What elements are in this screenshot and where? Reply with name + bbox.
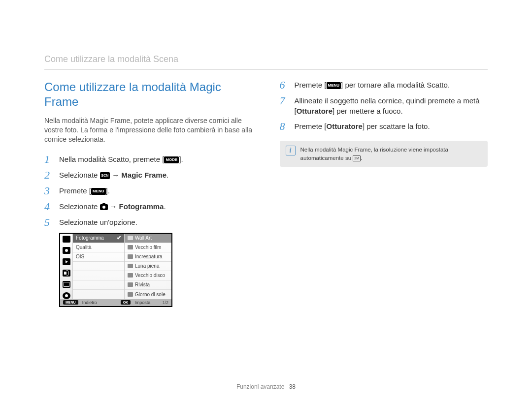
right-column: 6 Premete [MENU] per tornare alla modali… <box>280 80 488 307</box>
option-item: Luna piena <box>125 262 171 271</box>
thumb-icon <box>128 264 133 268</box>
display-tab-icon <box>63 281 70 288</box>
scn-tab-icon <box>63 236 70 243</box>
breadcrumb: Come utilizzare la modalità Scena <box>44 54 488 70</box>
menu-item <box>73 262 124 271</box>
thumb-icon <box>128 273 133 278</box>
page: Come utilizzare la modalità Scena Come u… <box>0 0 532 307</box>
camera-menu-list: Fotogramma✔ Qualità OIS <box>73 234 125 299</box>
intro-text: Nella modalità Magic Frame, potete appli… <box>44 116 253 144</box>
camera-tab-icon <box>63 247 70 254</box>
option-item: Vecchio film <box>125 243 171 252</box>
note-text: Nella modalità Magic Frame, la risoluzio… <box>300 146 482 162</box>
page-indicator: 1/2 <box>162 300 168 305</box>
step-body: Selezionate SCN→Magic Frame. <box>59 170 253 180</box>
footer-page-number: 38 <box>289 383 296 390</box>
step-number: 5 <box>44 217 53 228</box>
step-number: 4 <box>44 201 53 212</box>
step-number: 2 <box>44 170 53 181</box>
checkmark-icon: ✔ <box>117 235 121 241</box>
menu-item: OIS <box>73 252 124 262</box>
menu-button-icon: MENU <box>63 300 78 305</box>
ok-button-icon: OK <box>121 300 131 305</box>
step-body: Premete [MENU]. <box>59 185 253 196</box>
step-body: Premete [MENU] per tornare alla modalità… <box>295 80 488 90</box>
back-label: Indietro <box>82 300 97 305</box>
step-body: Selezionate →Fotogramma. <box>59 201 253 212</box>
step-number: 3 <box>44 185 53 196</box>
step-body: Allineate il soggetto nella cornice, qui… <box>295 95 488 116</box>
menu-icon: MENU <box>91 188 106 195</box>
content-columns: Come utilizzare la modalità Magic Frame … <box>44 80 488 307</box>
step-number: 7 <box>280 95 289 106</box>
camera-side-icons <box>60 234 73 299</box>
menu-item-selected: Fotogramma✔ <box>73 234 124 243</box>
step-body: Selezionate un'opzione. <box>59 217 253 227</box>
thumb-icon <box>128 282 133 287</box>
set-label: Imposta <box>134 300 150 305</box>
menu-icon: MENU <box>327 82 341 89</box>
menu-item <box>73 280 124 290</box>
info-icon: i <box>286 146 296 155</box>
menu-item <box>73 290 124 299</box>
thumb-icon <box>128 236 133 240</box>
steps-left: 1 Nella modalità Scatto, premete [MODE].… <box>44 154 253 228</box>
step-body: Nella modalità Scatto, premete [MODE]. <box>59 154 253 164</box>
option-item: Giorno di sole <box>125 290 171 299</box>
settings-tab-icon <box>63 292 70 299</box>
option-item: Vecchio disco <box>125 271 171 280</box>
thumb-icon <box>128 254 133 259</box>
page-title: Come utilizzare la modalità Magic Frame <box>44 80 253 109</box>
resolution-icon: 2M <box>353 155 361 161</box>
camera-footer: MENU Indietro OK Imposta 1/2 <box>60 299 171 306</box>
step-body: Premete [Otturatore] per scattare la fot… <box>295 121 488 131</box>
camera-icon <box>100 204 108 210</box>
footer-section: Funzioni avanzate <box>236 383 284 390</box>
camera-menu-screenshot: Fotogramma✔ Qualità OIS Wall Art Vecchio… <box>59 233 172 307</box>
scn-icon: SCN <box>100 172 110 179</box>
thumb-icon <box>128 245 133 249</box>
option-item-selected: Wall Art <box>125 234 171 243</box>
video-tab-icon <box>63 258 70 265</box>
menu-item: Qualità <box>73 243 124 252</box>
menu-item <box>73 271 124 280</box>
step-number: 1 <box>44 154 53 165</box>
mode-icon: MODE <box>164 156 179 163</box>
page-footer: Funzioni avanzate 38 <box>0 383 532 390</box>
sound-tab-icon <box>63 270 70 277</box>
camera-option-list: Wall Art Vecchio film Increspatura Luna … <box>125 234 171 299</box>
step-number: 6 <box>280 80 289 91</box>
note-box: i Nella modalità Magic Frame, la risoluz… <box>280 141 488 167</box>
steps-right: 6 Premete [MENU] per tornare alla modali… <box>280 80 488 132</box>
option-item: Rivista <box>125 280 171 290</box>
option-item: Increspatura <box>125 252 171 262</box>
thumb-icon <box>128 292 133 297</box>
step-number: 8 <box>280 121 289 132</box>
left-column: Come utilizzare la modalità Magic Frame … <box>44 80 253 307</box>
